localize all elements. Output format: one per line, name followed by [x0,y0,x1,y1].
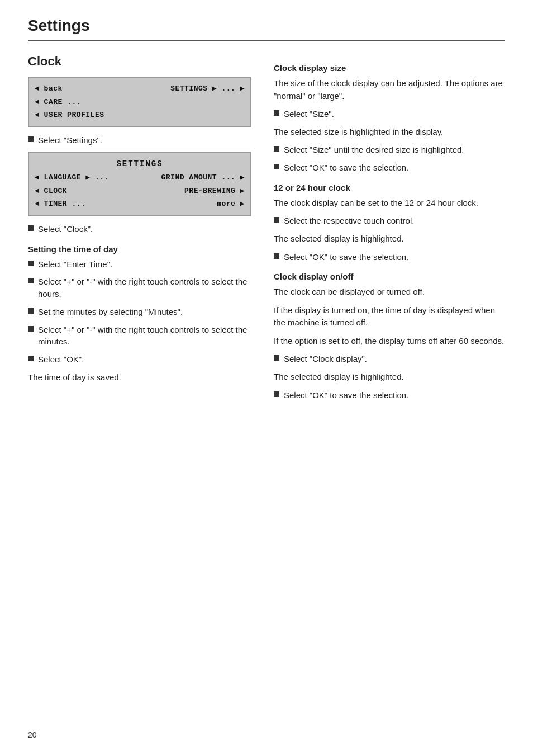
bullet-text: Select "OK" to save the selection. [284,251,408,263]
clock-onoff-bullets-1: Select "Clock display". [274,353,505,365]
bullet-icon [28,225,34,231]
bullet-icon [274,110,279,116]
lcd-clock: ◄ CLOCK [35,186,67,197]
list-item: Set the minutes by selecting "Minutes". [28,306,251,318]
clock-onoff-bullets-2: Select "OK" to save the selection. [274,389,505,401]
bullet-text: Select "OK" to save the selection. [284,162,408,174]
lcd-more: more ▶ [217,199,245,210]
bullet-icon [28,308,34,314]
list-item: Select "OK". [28,353,251,366]
bullet-icon [28,261,34,266]
left-column: Clock ◄ back SETTINGS ▶ ... ▶ ◄ CARE ...… [28,54,251,407]
right-column: Clock display size The size of the clock… [274,54,505,407]
list-item: Select "Clock". [28,223,251,235]
list-item: Select the respective touch control. [274,215,505,227]
clock-display-size-title: Clock display size [274,63,505,73]
list-item: Select "Settings". [28,134,251,147]
list-item: Select "OK" to save the selection. [274,389,505,401]
instruction-list-2: Select "Clock". [28,223,251,235]
bullet-text: Select "Size". [284,108,334,120]
setting-time-title: Setting the time of day [28,244,251,254]
clock-section-title: Clock [28,54,251,69]
lcd-userprofiles-label: ◄ USER PROFILES [35,110,104,121]
lcd-back-label: ◄ back [35,83,63,94]
time-saved-text: The time of day is saved. [28,371,251,384]
list-item: Select "Clock display". [274,353,505,365]
lcd-row: ◄ TIMER ... more ▶ [35,197,245,211]
bullet-text: Select the respective touch control. [284,215,414,227]
bullet-icon [28,278,34,284]
list-item: Select "Enter Time". [28,258,251,271]
bullet-icon [274,164,279,169]
bullet-text: Select "+" or "-" with the right touch c… [38,324,251,348]
clock-onoff-para3: If the option is set to off, the display… [274,335,505,348]
clock-display-size-intro: The size of the clock display can be adj… [274,77,505,102]
list-item: Select "Size" until the desired size is … [274,144,505,156]
bullet-icon [274,355,279,361]
list-item: Select "+" or "-" with the right touch c… [28,276,251,300]
clock-12-24-title: 12 or 24 hour clock [274,183,505,192]
lcd-row: ◄ back SETTINGS ▶ ... ▶ [35,82,245,96]
clock-size-middle-text: The selected size is highlighted in the … [274,126,505,139]
clock-12-24-middle-text: The selected display is highlighted. [274,233,505,245]
bullet-icon [28,356,34,361]
bullet-icon [28,136,34,142]
clock-12-24-intro: The clock display can be set to the 12 o… [274,197,505,210]
bullet-text: Select "OK". [38,353,84,366]
list-item: Select "OK" to save the selection. [274,251,505,263]
bullet-text: Select "+" or "-" with the right touch c… [38,276,251,300]
lcd-care-label: ◄ CARE ... [35,97,81,108]
lcd-settings-title: SETTINGS [116,158,163,170]
lcd-screen-1: ◄ back SETTINGS ▶ ... ▶ ◄ CARE ... ◄ USE… [28,77,251,127]
clock-12-24-bullets-2: Select "OK" to save the selection. [274,251,505,263]
bullet-text: Set the minutes by selecting "Minutes". [38,306,183,318]
bullet-icon [274,217,279,223]
list-item: Select "+" or "-" with the right touch c… [28,324,251,348]
lcd-settings-nav: SETTINGS ▶ ... ▶ [170,83,245,94]
instruction-list-1: Select "Settings". [28,134,251,147]
lcd-grind-amount: GRIND AMOUNT ... ▶ [161,172,245,183]
bullet-icon [274,391,279,397]
time-bullet-list: Select "Enter Time". Select "+" or "-" w… [28,258,251,366]
bullet-text: Select "Enter Time". [38,258,112,271]
lcd-language: ◄ LANGUAGE ▶ ... [35,172,109,183]
clock-onoff-para2: If the display is turned on, the time of… [274,304,505,329]
clock-size-bullets-1: Select "Size". [274,108,505,120]
clock-onoff-middle-text: The selected display is highlighted. [274,371,505,384]
lcd-row: ◄ LANGUAGE ▶ ... GRIND AMOUNT ... ▶ [35,171,245,185]
lcd-timer: ◄ TIMER ... [35,199,85,210]
instruction-text: Select "Clock". [38,223,93,235]
bullet-icon [274,146,279,152]
lcd-pre-brewing: PRE-BREWING ▶ [184,186,245,197]
instruction-text: Select "Settings". [38,134,102,147]
lcd-title-row: SETTINGS [35,157,245,171]
clock-onoff-title: Clock display on/off [274,272,505,281]
clock-12-24-bullets-1: Select the respective touch control. [274,215,505,227]
bullet-text: Select "OK" to save the selection. [284,389,408,401]
clock-size-bullets-2: Select "Size" until the desired size is … [274,144,505,174]
lcd-row: ◄ USER PROFILES [35,108,245,122]
lcd-row: ◄ CARE ... [35,96,245,109]
list-item: Select "Size". [274,108,505,120]
bullet-text: Select "Size" until the desired size is … [284,144,464,156]
list-item: Select "OK" to save the selection. [274,162,505,174]
bullet-icon [28,326,34,332]
lcd-row: ◄ CLOCK PRE-BREWING ▶ [35,185,245,198]
lcd-screen-2: SETTINGS ◄ LANGUAGE ▶ ... GRIND AMOUNT .… [28,152,251,216]
page-number: 20 [28,730,37,739]
bullet-icon [274,253,279,259]
clock-onoff-para1: The clock can be displayed or turned off… [274,286,505,299]
bullet-text: Select "Clock display". [284,353,367,365]
page-title: Settings [28,17,505,41]
